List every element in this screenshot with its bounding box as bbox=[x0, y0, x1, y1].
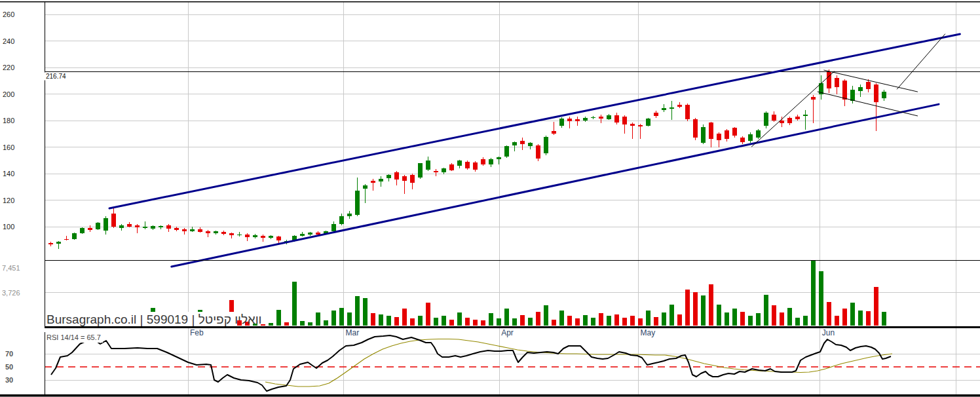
volume-bar bbox=[489, 313, 493, 326]
candle-body bbox=[756, 130, 761, 138]
candle-body bbox=[159, 226, 163, 227]
candle-body bbox=[701, 127, 706, 143]
candle-body bbox=[669, 107, 674, 109]
candle-body bbox=[135, 225, 140, 227]
candle-body bbox=[457, 161, 462, 166]
volume-bar bbox=[709, 284, 713, 326]
volume-bar bbox=[858, 311, 863, 326]
rsi-line bbox=[51, 335, 891, 391]
stock-chart-canvas: 216.74 Bursagraph.co.il | 599019 | וואלי… bbox=[0, 0, 980, 397]
candle-body bbox=[214, 231, 218, 233]
volume-bar bbox=[685, 290, 690, 326]
candle-body bbox=[772, 115, 776, 121]
volume-tick-label: 3,726 bbox=[2, 289, 20, 297]
month-label: May bbox=[641, 328, 656, 337]
candle-body bbox=[504, 146, 509, 156]
watermark: Bursagraph.co.il | 599019 | וואליו קפיטל bbox=[47, 312, 262, 326]
volume-bar bbox=[347, 312, 352, 326]
candle-body bbox=[654, 113, 658, 116]
candle-body bbox=[190, 229, 195, 231]
volume-bar bbox=[693, 292, 698, 326]
candles-layer bbox=[48, 69, 886, 250]
candle-body bbox=[567, 119, 572, 121]
candle-body bbox=[386, 175, 391, 178]
candle-body bbox=[331, 224, 336, 231]
candle-body bbox=[732, 128, 737, 136]
volume-bar bbox=[371, 313, 375, 326]
volume-bar bbox=[434, 318, 438, 326]
volume-bar bbox=[583, 315, 588, 326]
volume-bar bbox=[827, 302, 831, 326]
candle-body bbox=[402, 176, 407, 181]
volume-bar bbox=[316, 312, 320, 326]
volume-bar bbox=[764, 295, 768, 326]
candle-body bbox=[725, 130, 729, 139]
candle-body bbox=[261, 236, 265, 238]
candle-body bbox=[622, 117, 627, 124]
candle-body bbox=[882, 92, 886, 98]
rsi-indicator-label: RSI 14/14 = 65.7 bbox=[47, 333, 101, 341]
volume-bar bbox=[442, 316, 446, 326]
candle-body bbox=[394, 172, 399, 180]
flag-lower-trendline bbox=[818, 92, 917, 116]
volume-bar bbox=[646, 311, 650, 326]
volume-bar bbox=[426, 303, 430, 326]
candle-body bbox=[449, 164, 454, 170]
channel-lower-trendline bbox=[172, 104, 939, 267]
price-tick-label: 140 bbox=[3, 170, 14, 178]
candle-body bbox=[308, 233, 312, 235]
volume-bar bbox=[386, 316, 391, 326]
volume-bar bbox=[748, 316, 753, 326]
trendlines-layer bbox=[109, 34, 960, 267]
bottom-border bbox=[0, 394, 980, 397]
volume-bar bbox=[669, 305, 674, 326]
candle-body bbox=[245, 235, 250, 237]
volume-bar bbox=[331, 311, 336, 326]
volume-bar bbox=[717, 305, 721, 326]
volume-bar bbox=[308, 322, 312, 326]
candle-body bbox=[198, 229, 202, 232]
volume-bar bbox=[402, 309, 407, 326]
month-label: Feb bbox=[190, 328, 204, 337]
candle-body bbox=[717, 134, 721, 140]
candle-body bbox=[104, 218, 108, 231]
volume-bar bbox=[512, 318, 517, 326]
volume-bar bbox=[732, 309, 737, 326]
top-border bbox=[0, 1, 980, 3]
price-tick-label: 120 bbox=[3, 197, 14, 204]
candle-body bbox=[481, 159, 485, 164]
candle-body bbox=[489, 159, 493, 164]
candle-body bbox=[253, 235, 257, 237]
candle-body bbox=[410, 175, 415, 183]
candle-body bbox=[64, 239, 69, 240]
price-tick-label: 180 bbox=[3, 117, 14, 124]
volume-bar bbox=[457, 312, 462, 326]
candle-body bbox=[874, 85, 878, 102]
candle-body bbox=[811, 97, 816, 100]
candle-body bbox=[536, 145, 540, 158]
candle-body bbox=[442, 168, 446, 172]
candle-body bbox=[685, 105, 690, 119]
candle-body bbox=[473, 162, 478, 170]
volume-bar bbox=[701, 295, 706, 326]
volume-tick-label: 7,451 bbox=[2, 264, 20, 272]
volume-bar bbox=[394, 317, 399, 326]
volume-bar bbox=[740, 312, 745, 326]
price-tick-label: 220 bbox=[3, 64, 14, 71]
volume-bar bbox=[874, 287, 878, 326]
volume-bar bbox=[465, 318, 470, 326]
candle-body bbox=[583, 118, 588, 121]
volume-bar bbox=[803, 316, 808, 326]
volume-bar bbox=[607, 316, 611, 326]
volume-bar bbox=[850, 303, 855, 326]
volume-bar bbox=[520, 315, 525, 326]
candle-body bbox=[552, 131, 556, 134]
volume-bar bbox=[269, 323, 273, 326]
candle-body bbox=[575, 119, 580, 121]
candle-body bbox=[599, 117, 603, 119]
candle-body bbox=[56, 242, 61, 244]
candle-body bbox=[80, 228, 85, 233]
candle-body bbox=[182, 229, 187, 231]
volume-bar bbox=[536, 312, 540, 326]
candle-body bbox=[276, 236, 281, 240]
